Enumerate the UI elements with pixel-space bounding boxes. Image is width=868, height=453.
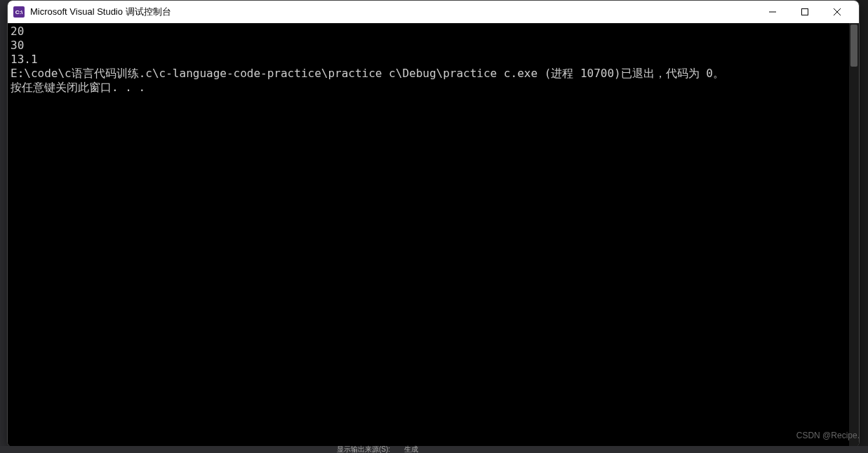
scrollbar-thumb[interactable]: [850, 25, 857, 67]
window-title: Microsoft Visual Studio 调试控制台: [30, 6, 756, 18]
bottom-output-strip: 显示输出来源(S): 生成: [0, 446, 868, 453]
output-source-label: 显示输出来源(S):: [337, 445, 390, 453]
app-icon-text: C:\: [15, 9, 23, 15]
maximize-button[interactable]: [789, 1, 821, 23]
maximize-icon: [801, 8, 808, 15]
console-line: 30: [11, 39, 856, 53]
console-line: 20: [11, 25, 856, 39]
minimize-icon: [769, 8, 776, 15]
watermark-text: CSDN @Recipe.: [796, 431, 860, 440]
console-line: 按任意键关闭此窗口. . .: [11, 81, 856, 95]
close-button[interactable]: [821, 1, 853, 23]
svg-rect-1: [802, 9, 808, 15]
app-icon: C:\: [13, 6, 25, 18]
console-window: C:\ Microsoft Visual Studio 调试控制台: [7, 0, 860, 447]
minimize-button[interactable]: [756, 1, 789, 23]
console-line: E:\code\c语言代码训练.c\c-language-code-practi…: [11, 67, 856, 81]
close-icon: [834, 8, 841, 15]
window-controls: [756, 1, 853, 23]
console-line: 13.1: [11, 53, 856, 67]
vertical-scrollbar[interactable]: [849, 23, 859, 447]
console-body[interactable]: 20 30 13.1 E:\code\c语言代码训练.c\c-language-…: [8, 23, 859, 447]
output-build-label: 生成: [404, 445, 418, 453]
title-bar[interactable]: C:\ Microsoft Visual Studio 调试控制台: [8, 1, 859, 23]
